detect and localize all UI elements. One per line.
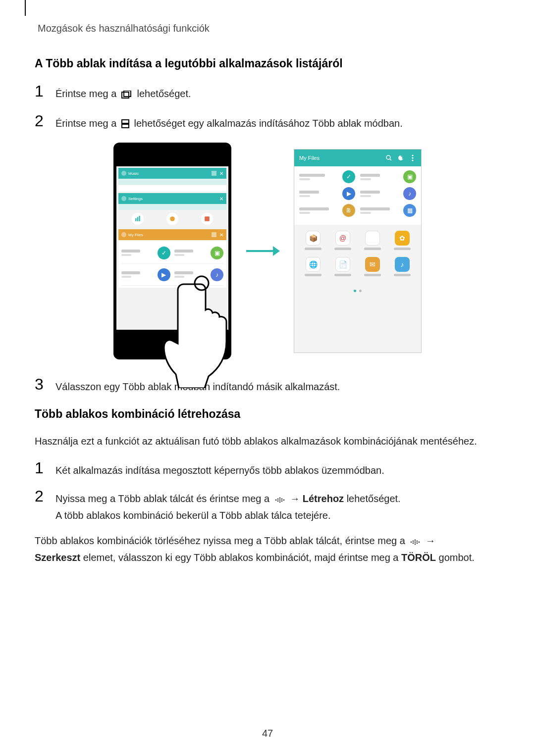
svg-point-35 [419,542,420,543]
page-number: 47 [0,728,535,739]
step-3: 3 Válasszon egy Több ablak módban indíta… [35,376,500,395]
card-settings-label: Settings [128,197,143,201]
page-header: Mozgások és használhatósági funkciók [38,23,500,34]
audio-icon: ♪ [403,187,416,200]
video-icon: ▶ [158,268,170,281]
svg-point-28 [413,541,414,542]
svg-point-26 [283,500,284,501]
quick-chip [132,213,144,225]
svg-rect-2 [122,120,129,123]
svg-rect-1 [124,91,131,97]
app-email: @ [331,231,354,250]
svg-point-27 [411,542,412,543]
page-indicator [298,283,417,296]
s2-step-2: 2 Nyissa meg a Több ablak tálcát és érin… [35,488,500,523]
app-messages: ✉ [361,257,384,276]
s2-step2-bold: Létrehoz [303,493,344,504]
close-icon: ✕ [219,196,223,202]
s2-step2-b: lehetőséget. [347,493,401,504]
svg-marker-11 [273,246,280,256]
phone-right: My Files ✓ ▣ ▶ ♪ 🗎 ▦ [294,149,422,353]
svg-point-29 [413,543,414,544]
quick-chip [201,213,213,225]
svg-rect-5 [137,217,138,221]
svg-point-24 [281,499,282,500]
phone-left: Music✕ Settings✕ [113,143,231,359]
svg-point-7 [170,216,175,221]
step1-text-b: lehetőséget. [137,88,191,99]
apps-icon: ▦ [403,204,416,217]
app-memo: 📄 [331,257,354,276]
instruction-figure: Music✕ Settings✕ [35,143,500,359]
recent-apps-icon [121,88,132,103]
multiwindow-icon [121,117,129,133]
audio-icon: ♪ [211,268,223,281]
header-rule [25,0,26,16]
s2-step2-line2: A több ablakos kombináció bekerül a Több… [55,510,331,521]
card-music-label: Music [128,171,139,176]
svg-point-16 [412,157,413,158]
svg-point-33 [417,541,418,542]
check-icon: ✓ [158,247,170,259]
svg-point-22 [279,500,280,501]
step-number: 2 [35,113,52,129]
close-icon: ✕ [219,232,223,238]
closing-arrow: → [426,535,435,546]
svg-rect-8 [205,216,210,221]
image-icon: ▣ [403,170,416,183]
section2-title: Több ablakos kombináció létrehozása [35,407,500,421]
app-galaxy-apps: ◐ [361,231,384,250]
multiwindow-icon [212,171,216,176]
storage-icon [397,154,404,161]
myfiles-header: My Files [294,150,421,166]
step-number: 1 [35,460,52,476]
more-icon [409,154,416,161]
section2-intro: Használja ezt a funkciót az aktuálisan f… [35,434,500,449]
closing-a: Több ablakos kombinációk törléséhez nyis… [35,535,408,546]
check-icon: ✓ [342,170,355,183]
myfiles-title: My Files [299,155,320,161]
s2-step2-a: Nyissa meg a Több ablak tálcát és érints… [55,493,272,504]
svg-point-15 [412,154,413,156]
app-internet: 🌐 [302,257,324,276]
svg-rect-0 [122,92,129,98]
closing-paragraph: Több ablakos kombinációk törléséhez nyis… [35,533,500,565]
arrow-right-icon [245,245,280,257]
video-icon: ▶ [342,187,355,200]
card-music: Music✕ [118,168,226,179]
svg-point-21 [279,498,280,499]
multiwindow-icon [212,232,216,237]
svg-point-23 [279,502,280,503]
card-myfiles: My Files✕ [118,229,226,240]
quick-chip [166,213,178,225]
svg-point-30 [415,540,416,541]
step1-text-a: Érintse meg a [55,88,119,99]
svg-point-25 [281,501,282,502]
tray-handle-icon [410,535,421,550]
svg-point-34 [417,543,418,544]
step-1: 1 Érintse meg a lehetőséget. [35,83,500,103]
app-gallery: ✿ [391,231,414,250]
svg-rect-4 [135,218,136,221]
card-myfiles-label: My Files [128,233,143,237]
svg-point-17 [412,159,413,161]
closing-end: gombot. [439,552,475,563]
step2-text-b: lehetőséget egy alkalmazás indításához T… [134,118,403,129]
svg-point-32 [415,544,416,545]
arrow-text: → [290,493,303,504]
svg-point-18 [275,500,276,501]
s2-step-1: 1 Két alkalmazás indítása megosztott kép… [35,460,500,478]
closing-bold2: TÖRÖL [401,552,436,563]
svg-point-19 [277,499,278,500]
step-2: 2 Érintse meg a lehetőséget egy alkalmaz… [35,113,500,133]
svg-rect-6 [139,216,140,221]
step2-text-a: Érintse meg a [55,118,119,129]
step-number: 3 [35,376,52,392]
step-number: 1 [35,83,52,99]
closing-bold1: Szerkeszt [35,552,80,563]
app-dropbox: 📦 [302,231,324,250]
closing-mid: elemet, válasszon ki egy Több ablakos ko… [83,552,401,563]
app-music: ♪ [391,257,414,276]
svg-point-31 [415,542,416,543]
image-icon: ▣ [211,247,223,259]
